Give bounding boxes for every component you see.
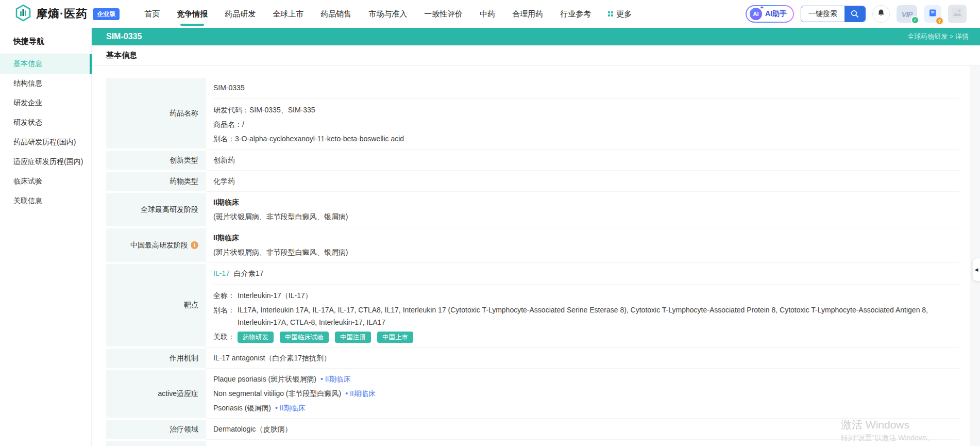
relation-tag[interactable]: 中国临床试验 xyxy=(280,332,329,343)
sidebar-item-研发状态[interactable]: 研发状态 xyxy=(0,113,91,133)
target-link[interactable]: IL-17 xyxy=(213,269,230,277)
value-line: II期临床 xyxy=(213,196,959,208)
row-label-text: active适应症 xyxy=(158,389,198,399)
quick-search-button[interactable]: 一键搜索 xyxy=(801,6,866,22)
nav-item-药品研发[interactable]: 药品研发 xyxy=(225,0,256,28)
row-value: IL-17白介素17全称：Interleukin-17（IL-17）别名：IL1… xyxy=(206,263,959,348)
row-value: SIM-0335研发代码：SIM-0335、SIM-335商品名：/别名：3-O… xyxy=(206,77,959,150)
vip-verified-icon: ✓ xyxy=(911,16,919,24)
info-icon[interactable]: i xyxy=(191,241,198,249)
nav-item-中药[interactable]: 中药 xyxy=(480,0,495,28)
row-label: 中国最高研发阶段i xyxy=(106,228,206,262)
sidebar-item-药品研发历程(国内)[interactable]: 药品研发历程(国内) xyxy=(0,133,91,152)
value-line: SIM-0335 xyxy=(213,81,959,94)
row-value: Dermatological formulation（皮肤病制剂）Chemica… xyxy=(206,440,959,446)
value-line: 全称：Interleukin-17（IL-17） xyxy=(213,289,959,302)
panel-collapse-handle[interactable]: ◀ xyxy=(972,258,980,282)
nav-item-合理用药[interactable]: 合理用药 xyxy=(512,0,543,28)
nav-item-label: 合理用药 xyxy=(512,9,543,19)
search-icon[interactable] xyxy=(844,6,865,22)
value-line: Dermatologic（皮肤病） xyxy=(213,423,959,435)
sidebar-item-研发企业[interactable]: 研发企业 xyxy=(0,93,91,113)
value-line-content: Plaque psoriasis (斑片状银屑病)• II期临床 xyxy=(213,373,959,385)
basic-info-table: 药品名称SIM-0335研发代码：SIM-0335、SIM-335商品名：/别名… xyxy=(92,66,980,446)
stage-link[interactable]: • II期临床 xyxy=(275,404,306,412)
nav-item-全球上市[interactable]: 全球上市 xyxy=(273,0,303,28)
row-label-text: 药物类型 xyxy=(170,177,198,186)
main-layout: 快捷导航 基本信息结构信息研发企业研发状态药品研发历程(国内)适应症研发历程(国… xyxy=(0,28,980,446)
section-title: 基本信息 xyxy=(106,51,137,60)
ai-assistant-button[interactable]: AI AI助手 xyxy=(746,5,794,23)
nav-item-市场与准入[interactable]: 市场与准入 xyxy=(368,0,407,28)
row-label: 治疗领域 xyxy=(106,420,206,439)
nav-item-行业参考[interactable]: 行业参考 xyxy=(560,0,591,28)
row-value: Dermatologic（皮肤病） xyxy=(206,419,959,440)
table-row: 工艺技术Dermatological formulation（皮肤病制剂）Che… xyxy=(106,440,959,446)
nav-item-label: 全球上市 xyxy=(273,9,303,19)
sidebar-item-临床试验[interactable]: 临床试验 xyxy=(0,172,91,191)
table-row: 创新类型创新药 xyxy=(106,150,959,171)
value-text: SIM-0335 xyxy=(213,84,245,92)
value-line: 关联：药物研发中国临床试验中国注册中国上市 xyxy=(213,331,959,343)
stage-link[interactable]: • II期临床 xyxy=(345,389,376,398)
relation-tag[interactable]: 中国注册 xyxy=(335,332,371,343)
nav-item-label: 首页 xyxy=(144,9,160,19)
table-row: 中国最高研发阶段iII期临床(斑片状银屑病、非节段型白癜风、银屑病) xyxy=(106,227,959,263)
value-line-prefix: 别名： xyxy=(213,304,235,316)
value-line-content: 创新药 xyxy=(213,154,959,166)
stage-link[interactable]: • II期临床 xyxy=(320,375,351,383)
value-line-content: SIM-0335 xyxy=(213,81,959,94)
value-divider xyxy=(213,98,959,99)
value-text: Dermatologic（皮肤病） xyxy=(213,425,292,433)
value-text: 创新药 xyxy=(213,156,235,164)
value-line: Psoriasis (银屑病)• II期临床 xyxy=(213,402,959,414)
row-label-text: 创新类型 xyxy=(170,156,198,165)
value-text: 研发代码：SIM-0335、SIM-335 xyxy=(213,106,315,114)
nav-item-一致性评价[interactable]: 一致性评价 xyxy=(424,0,463,28)
edition-badge: 企业版 xyxy=(93,8,120,20)
relation-tag[interactable]: 药物研发 xyxy=(238,332,274,343)
nav-item-首页[interactable]: 首页 xyxy=(144,0,160,28)
value-line-content: IL17A, Interleukin 17A, IL-17A, IL-17, C… xyxy=(238,304,959,328)
value-line-content: Psoriasis (银屑病)• II期临床 xyxy=(213,402,959,414)
value-line-content: 化学药 xyxy=(213,175,959,187)
sidebar-item-结构信息[interactable]: 结构信息 xyxy=(0,74,91,93)
table-row: 作用机制IL-17 antagonist（白介素17拮抗剂） xyxy=(106,348,959,369)
user-avatar[interactable] xyxy=(948,5,967,23)
nav-item-label: 市场与准入 xyxy=(368,9,407,19)
value-text: IL17A, Interleukin 17A, IL-17A, IL-17, C… xyxy=(238,306,928,326)
help-guide-button[interactable]: ? xyxy=(924,5,941,23)
relation-tag[interactable]: 中国上市 xyxy=(377,332,413,343)
value-line: 商品名：/ xyxy=(213,118,959,130)
grid-dots-icon xyxy=(608,11,613,16)
sidebar-item-关联信息[interactable]: 关联信息 xyxy=(0,191,91,211)
nav-item-label: 药品研发 xyxy=(225,9,256,19)
nav-item-竞争情报[interactable]: 竞争情报 xyxy=(177,0,208,28)
row-value: Plaque psoriasis (斑片状银屑病)• II期临床Non segm… xyxy=(206,369,959,419)
sidebar-item-适应症研发历程(国内)[interactable]: 适应症研发历程(国内) xyxy=(0,152,91,172)
nav-item-药品销售[interactable]: 药品销售 xyxy=(320,0,351,28)
value-text: Psoriasis (银屑病) xyxy=(213,404,271,412)
row-label: 作用机制 xyxy=(106,349,206,368)
breadcrumb[interactable]: 全球药物研发 > 详情 xyxy=(907,32,969,41)
nav-item-更多[interactable]: 更多 xyxy=(608,0,632,28)
value-line-content: (斑片状银屑病、非节段型白癜风、银屑病) xyxy=(213,246,959,258)
value-line: (斑片状银屑病、非节段型白癜风、银屑病) xyxy=(213,210,959,223)
value-line: Plaque psoriasis (斑片状银屑病)• II期临床 xyxy=(213,373,959,385)
nav-item-label: 一致性评价 xyxy=(424,9,463,19)
notifications-button[interactable] xyxy=(872,5,890,23)
row-label-text: 中国最高研发阶段 xyxy=(130,241,188,250)
guide-question-badge: ? xyxy=(936,18,943,24)
stage-bold-text: II期临床 xyxy=(213,198,239,206)
nav-item-label: 更多 xyxy=(616,9,632,19)
brand-logo[interactable]: 摩熵·医药 企业版 xyxy=(14,4,120,24)
value-line-content: (斑片状银屑病、非节段型白癜风、银屑病) xyxy=(213,210,959,223)
sidebar-item-基本信息[interactable]: 基本信息 xyxy=(0,54,91,74)
row-value: 创新药 xyxy=(206,150,959,171)
value-line-content: 药物研发中国临床试验中国注册中国上市 xyxy=(238,331,959,343)
table-row: active适应症Plaque psoriasis (斑片状银屑病)• II期临… xyxy=(106,369,959,419)
row-label-text: 作用机制 xyxy=(170,354,198,363)
vip-status-button[interactable]: VIP ✓ xyxy=(897,5,917,23)
value-text: IL-17 antagonist（白介素17拮抗剂） xyxy=(213,354,331,362)
value-text: 化学药 xyxy=(213,177,235,185)
